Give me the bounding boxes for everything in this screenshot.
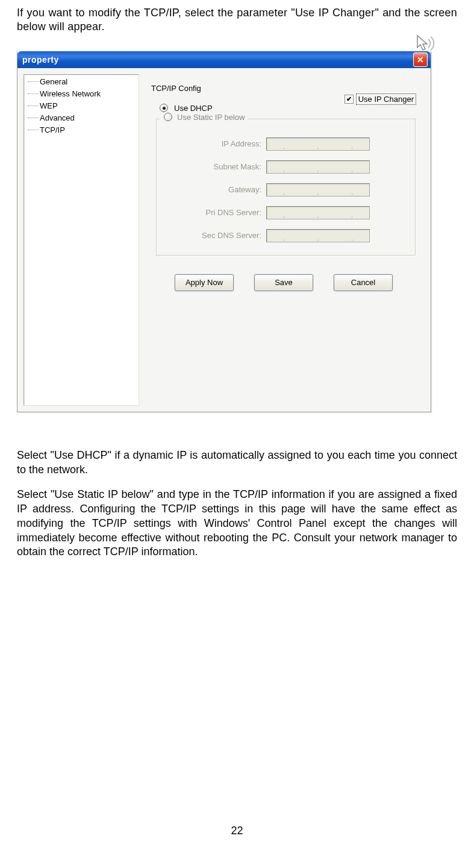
- close-button[interactable]: ✕: [413, 52, 428, 67]
- intro-paragraph: If you want to modify the TCP/IP, select…: [17, 6, 457, 34]
- sidebar-item-label: General: [40, 77, 67, 86]
- pri-dns-input[interactable]: ...: [266, 206, 370, 219]
- field-label: Sec DNS Server:: [167, 231, 266, 240]
- use-ip-changer-label: Use IP Changer: [356, 93, 416, 105]
- apply-now-button[interactable]: Apply Now: [175, 274, 234, 291]
- field-ip-address: IP Address: ...: [167, 137, 405, 151]
- sidebar-item-wep[interactable]: WEP: [24, 100, 139, 112]
- subnet-mask-input[interactable]: ...: [266, 160, 370, 174]
- sidebar-item-general[interactable]: General: [24, 76, 139, 88]
- sidebar-item-tcpip[interactable]: TCP/IP: [24, 124, 139, 136]
- dialog-buttons: Apply Now Save Cancel: [149, 274, 419, 291]
- field-sec-dns: Sec DNS Server: ...: [167, 229, 405, 242]
- cancel-button[interactable]: Cancel: [334, 274, 393, 291]
- paragraph-dhcp: Select "Use DHCP" if a dynamic IP is aut…: [17, 448, 457, 477]
- titlebar[interactable]: property ✕: [17, 51, 431, 68]
- field-label: Pri DNS Server:: [167, 208, 266, 217]
- field-label: Subnet Mask:: [167, 162, 266, 171]
- sidebar-item-advanced[interactable]: Advanced: [24, 112, 139, 124]
- ip-address-input[interactable]: ...: [266, 137, 370, 151]
- radio-dot-icon: [163, 107, 166, 110]
- sidebar-item-label: Advanced: [40, 113, 75, 122]
- use-ip-changer-checkbox[interactable]: ✔: [345, 95, 354, 104]
- window-title: property: [22, 55, 59, 64]
- radio-dhcp-row[interactable]: Use DHCP: [160, 104, 419, 113]
- sec-dns-input[interactable]: ...: [266, 229, 370, 242]
- radio-dhcp[interactable]: [160, 104, 168, 112]
- field-label: Gateway:: [167, 185, 266, 194]
- static-ip-fieldset: Use Static IP below IP Address: ... Subn…: [156, 119, 416, 256]
- field-gateway: Gateway: ...: [167, 183, 405, 197]
- paragraph-static: Select "Use Static IP below" and type in…: [17, 488, 457, 559]
- sidebar-item-label: WEP: [40, 101, 58, 110]
- page-number: 22: [17, 825, 457, 837]
- check-icon: ✔: [346, 95, 352, 103]
- field-subnet-mask: Subnet Mask: ...: [167, 160, 405, 174]
- gateway-input[interactable]: ...: [266, 183, 370, 197]
- field-pri-dns: Pri DNS Server: ...: [167, 206, 405, 219]
- sidebar-item-wireless[interactable]: Wireless Network: [24, 88, 139, 100]
- property-dialog: property ✕ General Wireless Network WEP …: [17, 51, 431, 412]
- cursor-icon: [415, 34, 432, 51]
- sidebar-item-label: TCP/IP: [40, 125, 65, 134]
- radio-static-row[interactable]: Use Static IP below: [160, 113, 248, 122]
- field-label: IP Address:: [167, 139, 266, 148]
- use-ip-changer-row[interactable]: ✔ Use IP Changer: [345, 93, 416, 105]
- radio-dhcp-label: Use DHCP: [174, 104, 213, 113]
- save-button[interactable]: Save: [254, 274, 313, 291]
- close-icon: ✕: [417, 55, 424, 64]
- radio-static[interactable]: [164, 113, 172, 121]
- tcpip-config-panel: TCP/IP Config ✔ Use IP Changer Use DHCP …: [143, 68, 431, 412]
- sidebar-item-label: Wireless Network: [40, 89, 101, 98]
- sidebar-tree: General Wireless Network WEP Advanced TC…: [23, 74, 139, 406]
- radio-static-label: Use Static IP below: [177, 113, 245, 122]
- section-title: TCP/IP Config: [151, 84, 419, 93]
